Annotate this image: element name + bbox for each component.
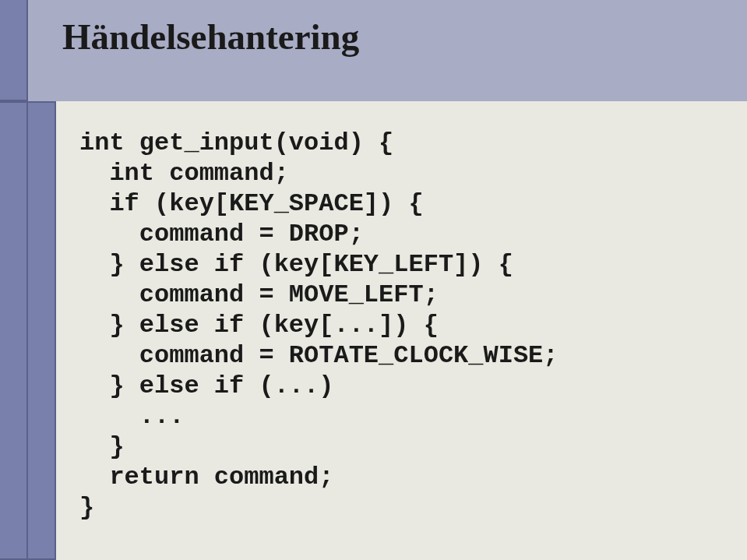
- code-line: ...: [79, 402, 184, 431]
- sidebar-bar-top: [0, 0, 28, 101]
- sidebar-bar-right: [28, 101, 56, 560]
- code-block: int get_input(void) { int command; if (k…: [79, 128, 724, 523]
- code-line: }: [79, 432, 125, 461]
- code-line: } else if (key[...]) {: [79, 311, 439, 340]
- code-line: int command;: [79, 159, 289, 188]
- code-line: } else if (key[KEY_LEFT]) {: [79, 250, 513, 279]
- code-line: return command;: [79, 463, 333, 491]
- code-line: }: [79, 493, 94, 522]
- code-line: if (key[KEY_SPACE]) {: [79, 189, 424, 218]
- code-line: command = MOVE_LEFT;: [79, 280, 439, 309]
- code-line: command = DROP;: [79, 220, 364, 248]
- content-panel: int get_input(void) { int command; if (k…: [56, 101, 747, 560]
- code-line: command = ROTATE_CLOCK_WISE;: [79, 341, 558, 370]
- page-title: Händelsehantering: [62, 16, 359, 58]
- code-line: } else if (...): [79, 372, 333, 400]
- sidebar-bar-bottom: [0, 101, 28, 560]
- sidebar-decoration: [0, 0, 56, 560]
- code-line: int get_input(void) {: [79, 129, 393, 157]
